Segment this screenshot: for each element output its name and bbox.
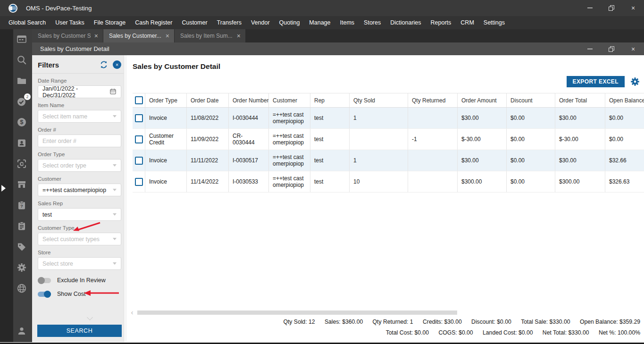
- menu-customer[interactable]: Customer: [177, 16, 212, 29]
- menu-quoting[interactable]: Quoting: [275, 16, 305, 29]
- menu-global-search[interactable]: Global Search: [4, 16, 50, 29]
- filters-panel: Filters × Date Range Jan/01/2022 - Dec/3…: [32, 55, 127, 342]
- window-close-button[interactable]: ×: [622, 0, 644, 16]
- menu-manage[interactable]: Manage: [304, 16, 335, 29]
- tags-icon[interactable]: [16, 241, 27, 252]
- col-order-type: Order Type: [145, 93, 187, 107]
- row-checkbox[interactable]: [135, 114, 143, 122]
- menu-stores[interactable]: Stores: [359, 16, 385, 29]
- profile-icon[interactable]: [16, 325, 27, 336]
- menu-settings[interactable]: Settings: [479, 16, 510, 29]
- tab-strip: Sales by Customer S... × Sales by Custom…: [32, 29, 644, 42]
- report-close-button[interactable]: ×: [622, 42, 644, 55]
- tab-close-icon[interactable]: ×: [91, 32, 98, 40]
- table-row: Customer Credit 11/09/2022 CR-0030444 =+…: [133, 129, 644, 150]
- customer-label: Customer: [38, 176, 121, 182]
- help-clipboard-icon[interactable]: ?: [16, 200, 27, 211]
- chevron-down-icon: [113, 213, 117, 216]
- menu-transfers[interactable]: Transfers: [212, 16, 246, 29]
- order-number-link[interactable]: I-0030533: [229, 171, 269, 192]
- chevron-down-icon: [113, 164, 117, 167]
- filters-scrollbar[interactable]: [124, 55, 127, 342]
- search-button[interactable]: SEARCH: [37, 325, 122, 337]
- window-restore-button[interactable]: [601, 0, 622, 16]
- total-open-balance: Open Balance: $359.29: [580, 319, 640, 325]
- web-globe-icon[interactable]: [16, 283, 27, 294]
- exclude-in-review-label: Exclude In Review: [57, 277, 106, 284]
- panel-expander-handle[interactable]: [1, 185, 6, 192]
- total-sales: Sales: $360.00: [325, 319, 363, 325]
- row-checkbox[interactable]: [135, 157, 143, 165]
- table-row: Invoice 11/08/2022 I-0030444 =++test cas…: [133, 108, 644, 129]
- row-checkbox[interactable]: [135, 135, 143, 143]
- row-checkbox[interactable]: [135, 178, 143, 186]
- file-storage-icon[interactable]: [16, 75, 27, 86]
- export-excel-button[interactable]: EXPORT EXCEL: [567, 76, 625, 87]
- filters-scroll-chevron-icon[interactable]: [87, 314, 93, 320]
- table-header-row: Order Type Order Date Order Number Custo…: [133, 93, 644, 108]
- contacts-icon[interactable]: [16, 137, 27, 149]
- stores-icon[interactable]: [16, 179, 27, 190]
- tasks-check-icon[interactable]: 2: [16, 96, 27, 107]
- col-order-date: Order Date: [187, 93, 229, 107]
- order-number-input[interactable]: [38, 134, 121, 147]
- close-filters-icon[interactable]: ×: [113, 60, 121, 69]
- menu-vendor[interactable]: Vendor: [246, 16, 275, 29]
- customer-type-select[interactable]: Select customer types: [38, 233, 121, 245]
- refresh-filters-icon[interactable]: [99, 60, 109, 69]
- tab-sales-by-item-summary[interactable]: Sales by Item Sum... ×: [175, 29, 245, 42]
- scroll-left-icon[interactable]: ‹: [127, 310, 137, 315]
- orders-clipboard-icon[interactable]: [16, 220, 27, 232]
- menu-crm[interactable]: CRM: [456, 16, 478, 29]
- col-open-balance: Open Balance: [605, 93, 644, 107]
- calendar-icon[interactable]: [109, 88, 117, 96]
- item-name-select[interactable]: Select item name: [38, 110, 121, 123]
- col-discount: Discount: [507, 93, 555, 107]
- dashboard-icon[interactable]: [16, 34, 27, 45]
- order-number-link[interactable]: I-0030517: [229, 150, 269, 171]
- notification-badge: 2: [24, 93, 31, 100]
- finance-dollar-icon[interactable]: $: [16, 117, 27, 128]
- select-all-checkbox[interactable]: [135, 96, 143, 104]
- order-type-label: Order Type: [38, 151, 121, 157]
- sales-rep-select[interactable]: test: [38, 208, 121, 221]
- tab-close-icon[interactable]: ×: [162, 32, 169, 40]
- date-range-input[interactable]: Jan/01/2022 - Dec/31/2022: [38, 85, 121, 98]
- window-minimize-button[interactable]: [579, 0, 601, 16]
- menu-reports[interactable]: Reports: [426, 16, 456, 29]
- scan-icon[interactable]: [16, 158, 27, 169]
- show-cost-toggle[interactable]: [38, 292, 51, 297]
- order-number-link[interactable]: I-0030444: [229, 108, 269, 128]
- menu-cash-register[interactable]: Cash Register: [130, 16, 177, 29]
- search-icon[interactable]: [16, 54, 27, 66]
- col-rep: Rep: [310, 93, 350, 107]
- scrollbar-thumb[interactable]: [137, 310, 457, 315]
- order-type-select[interactable]: Select order type: [38, 159, 121, 172]
- report-minimize-button[interactable]: [579, 42, 601, 55]
- total-net: Net Total: $330.00: [543, 329, 589, 336]
- divider: [32, 73, 127, 74]
- total-landed-cost: Landed Cost: $0.00: [483, 329, 533, 336]
- total-sale: Total Sale: $330.00: [521, 319, 570, 325]
- horizontal-scrollbar: ‹: [127, 310, 644, 315]
- report-restore-button[interactable]: [601, 42, 622, 55]
- col-customer: Customer: [269, 93, 310, 107]
- exclude-in-review-toggle[interactable]: [38, 278, 51, 283]
- store-select[interactable]: Select store: [38, 257, 121, 270]
- col-order-number: Order Number: [229, 93, 269, 107]
- tab-close-icon[interactable]: ×: [233, 32, 241, 40]
- customer-select[interactable]: =++test castomerpiopiop: [38, 184, 121, 196]
- order-number-link[interactable]: CR-0030444: [229, 129, 269, 150]
- menu-file-storage[interactable]: File Storage: [89, 16, 130, 29]
- report-window-title: Sales by Customer Detail: [40, 45, 109, 52]
- menu-items[interactable]: Items: [335, 16, 360, 29]
- settings-gear-icon[interactable]: [16, 262, 27, 273]
- menu-dictionaries[interactable]: Dictionaries: [385, 16, 426, 29]
- menu-user-tasks[interactable]: User Tasks: [50, 16, 89, 29]
- table-row: Invoice 11/11/2022 I-0030517 =++test cas…: [133, 150, 644, 171]
- col-order-total: Order Total: [555, 93, 605, 107]
- chevron-down-icon: [113, 189, 117, 191]
- tab-sales-by-customer-summary[interactable]: Sales by Customer S... ×: [32, 29, 103, 42]
- table-settings-gear-icon[interactable]: [630, 76, 640, 87]
- tab-sales-by-customer-detail[interactable]: Sales by Customer... ×: [103, 29, 174, 42]
